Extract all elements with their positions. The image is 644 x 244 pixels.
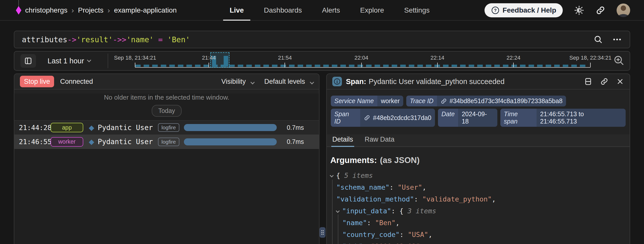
meta-badge-span-id: Span ID#48eb2cdcdc317da0: [331, 109, 435, 127]
stop-live-button[interactable]: Stop live: [20, 76, 54, 87]
nav-tab-live[interactable]: Live: [230, 0, 244, 21]
theme-toggle-button[interactable]: [574, 5, 584, 16]
json-line: { 5 items: [330, 170, 626, 181]
feedback-help-label: Feedback / Help: [503, 6, 556, 14]
chevron-down-icon: [87, 58, 91, 62]
timeline[interactable]: Sep 18, 21:34:2121:4421:5422:0422:1422:2…: [135, 52, 590, 70]
query-token: =: [154, 35, 167, 44]
sidebar-toggle-button[interactable]: [20, 54, 36, 68]
query-bar[interactable]: attributes->'result'->>'name' = 'Ben': [14, 31, 630, 48]
badge-value: 2024-09-18: [458, 109, 497, 127]
json-token: ,: [422, 183, 426, 191]
search-icon[interactable]: [593, 35, 603, 44]
json-line: "input_data": { 3 items: [330, 205, 626, 217]
breadcrumb-item[interactable]: Projects: [78, 6, 103, 14]
time-range-label: Last 1 hour: [48, 57, 84, 65]
json-indent-guide: [338, 214, 338, 244]
chevron-down-icon: [310, 80, 314, 84]
timeline-tick-mark: [437, 63, 438, 67]
logo-diamond-icon: [16, 6, 21, 15]
svg-text:?: ?: [494, 8, 497, 13]
timeline-tick-label: 21:54: [278, 55, 292, 61]
json-line: "country_code": "USA",: [330, 229, 626, 240]
json-token: "dob": [342, 242, 363, 244]
badge-row: Service NameworkerTrace ID#34bd8e51d73c3…: [331, 96, 626, 106]
tab-details[interactable]: Details: [332, 136, 353, 146]
span-name-label: Pydantic User validate_python succeeded: [369, 77, 505, 86]
time-range-select[interactable]: Last 1 hour: [43, 52, 96, 70]
nav-tab-alerts[interactable]: Alerts: [322, 0, 340, 21]
json-indent-guide: [332, 180, 333, 244]
timeline-tick-mark: [135, 63, 135, 67]
badge-label: Trace ID: [406, 96, 437, 106]
feedback-help-button[interactable]: ? Feedback / Help: [485, 3, 563, 17]
json-line: "dob": "2000-02-02",: [330, 240, 626, 244]
query-token: attributes: [22, 35, 67, 44]
collapse-chevron-icon[interactable]: [330, 174, 334, 178]
query-token: ->: [67, 35, 76, 44]
span-diamond-icon: ◆: [89, 138, 94, 146]
trace-row[interactable]: 21:44:28app◆Pydantic Userlogfire0.7ms: [14, 120, 319, 135]
json-token: :: [414, 195, 422, 203]
today-button[interactable]: Today: [152, 105, 182, 117]
collapse-chevron-icon[interactable]: [336, 209, 340, 213]
connection-status: Connected: [60, 78, 93, 86]
service-tag-worker: worker: [51, 137, 83, 147]
span-name: Pydantic User: [98, 138, 153, 146]
live-view-body: No older items in the selected time wind…: [14, 94, 319, 244]
as-json-label: (as JSON): [380, 155, 420, 165]
nav-tab-explore[interactable]: Explore: [360, 0, 384, 21]
meta-badge-trace-id: Trace ID#34bd8e51d73c3f4c8a189b72338a5ba…: [406, 96, 566, 106]
link-icon: [440, 98, 447, 104]
more-options-icon[interactable]: [612, 34, 622, 45]
badge-label: Service Name: [331, 96, 377, 106]
info-icon: [332, 77, 342, 86]
share-link-button[interactable]: [595, 5, 606, 15]
zoom-in-button[interactable]: [613, 55, 625, 66]
timeline-tick-mark: [590, 63, 591, 67]
trace-list: 21:44:28app◆Pydantic Userlogfire0.7ms21:…: [14, 120, 319, 149]
copy-link-button[interactable]: [600, 77, 609, 86]
user-avatar[interactable]: [617, 4, 630, 17]
json-token: "2000-02-02": [371, 242, 420, 244]
default-levels-label: Default levels: [264, 78, 305, 85]
timeline-axis: [135, 67, 590, 68]
json-token: :: [363, 242, 371, 244]
logfire-logo[interactable]: [16, 0, 22, 15]
breadcrumb-item[interactable]: christophergs: [25, 6, 67, 14]
query-input[interactable]: attributes->'result'->>'name' = 'Ben': [22, 35, 593, 44]
default-levels-dropdown[interactable]: Default levels: [264, 78, 313, 86]
timeline-tick-label: 21:44: [202, 55, 216, 61]
timeline-tick-label: Sep 18, 21:34:21: [114, 55, 156, 61]
breadcrumb-item[interactable]: example-application: [114, 6, 177, 14]
link-icon: [600, 77, 609, 86]
query-token: ->>: [113, 35, 126, 44]
timeline-tick-label: Sep 18, 22:34:21: [569, 55, 612, 61]
badge-value: 21:46:55.713 to 21:46:55.713: [537, 109, 626, 127]
main-nav: LiveDashboardsAlertsExploreSettings: [230, 0, 430, 21]
breadcrumb-separator: ›: [107, 6, 110, 15]
span-badges: Service NameworkerTrace ID#34bd8e51d73c3…: [327, 90, 630, 131]
span-diamond-icon: ◆: [89, 124, 94, 132]
span-detail-header: Span:Pydantic User validate_python succe…: [327, 74, 630, 90]
panel-resize-handle[interactable]: [319, 227, 326, 238]
nav-tab-settings[interactable]: Settings: [404, 0, 430, 21]
live-view-header: Stop live Connected Visibility Default l…: [14, 74, 319, 90]
badge-value: worker: [377, 96, 403, 106]
query-token: 'Ben': [167, 35, 190, 44]
badge-value[interactable]: #34bd8e51d73c3f4c8a189b72338a5ba8: [437, 96, 566, 106]
span-detail-panel: Span:Pydantic User validate_python succe…: [326, 73, 630, 244]
json-line: "schema_name": "User",: [330, 181, 626, 193]
close-panel-button[interactable]: [616, 77, 624, 86]
trace-row[interactable]: 21:46:55worker◆Pydantic Userlogfire0.7ms: [14, 135, 319, 149]
visibility-dropdown[interactable]: Visibility: [221, 78, 254, 86]
timeline-tick-mark: [513, 63, 514, 67]
nav-tab-dashboards[interactable]: Dashboards: [264, 0, 302, 21]
toggle-panel-layout-button[interactable]: [584, 77, 592, 86]
json-token: :: [367, 219, 375, 227]
timeline-tick-mark: [361, 63, 362, 67]
json-token: "User": [398, 183, 422, 191]
tab-raw-data[interactable]: Raw Data: [365, 136, 395, 146]
badge-value[interactable]: #48eb2cdcdc317da0: [360, 109, 435, 127]
row-timestamp: 21:46:55: [19, 138, 51, 146]
